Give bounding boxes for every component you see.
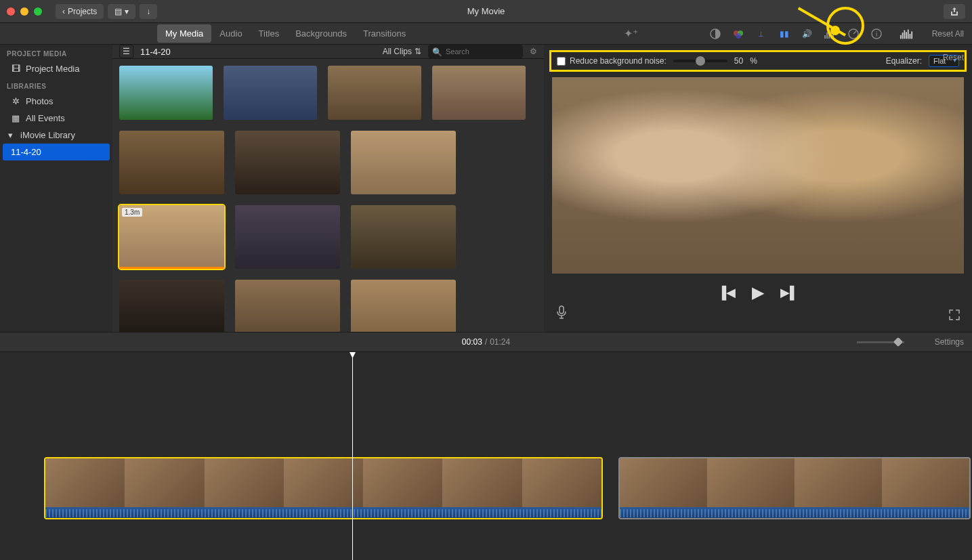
time-bar: 00:03 / 01:24 Settings [0,332,972,352]
sidebar-label: Photos [26,96,53,106]
filter-label: All Clips [383,47,412,56]
total-time: 01:24 [490,337,510,347]
speed-icon[interactable] [847,27,860,41]
info-icon[interactable]: i [870,27,883,41]
clip-thumbnail[interactable] [235,131,340,194]
chevron-down-icon: ▾ [125,7,129,16]
disclosure-triangle-icon[interactable]: ▾ [5,131,15,140]
noise-unit: % [750,56,757,66]
chevron-left-icon: ‹ [62,7,65,16]
view-mode-button[interactable]: ▤ ▾ [108,4,135,19]
timeline-clip[interactable] [618,457,971,519]
fullscreen-window-button[interactable] [34,7,42,16]
titlebar: ‹ Projects ▤ ▾ ↓ My Movie [0,0,972,23]
project-title: My Movie [467,6,505,16]
svg-rect-4 [824,35,826,39]
current-time: 00:03 [462,337,482,347]
clip-thumbnail[interactable] [351,131,456,194]
grid-icon: ▦ [11,114,20,123]
filmstrip-icon: ▤ [114,7,122,16]
sidebar-item-project-media[interactable]: 🎞 Project Media [0,60,112,77]
search-input[interactable] [428,45,523,58]
window-controls [7,7,42,16]
share-button[interactable] [944,4,965,19]
settings-button[interactable]: Settings [935,337,964,347]
playhead[interactable] [352,352,353,560]
media-tabs: My Media Audio Titles Backgrounds Transi… [157,24,414,43]
clip-audio-waveform[interactable] [620,507,969,519]
svg-rect-17 [909,34,910,39]
reset-button[interactable]: Reset [943,53,964,62]
enhance-wand-icon[interactable]: ✦⁺ [624,27,638,40]
noise-checkbox-label[interactable]: Reduce background noise: [557,56,667,66]
projects-label: Projects [68,7,97,16]
noise-slider[interactable] [673,60,727,62]
sidebar: PROJECT MEDIA 🎞 Project Media LIBRARIES … [0,45,112,332]
clip-thumbnail[interactable] [119,131,224,194]
clip-thumbnail[interactable] [119,66,213,120]
clip-thumbnail[interactable] [432,66,526,120]
tab-audio[interactable]: Audio [211,24,250,43]
tab-transitions[interactable]: Transitions [355,24,414,43]
tab-backgrounds[interactable]: Backgrounds [287,24,355,43]
video-preview[interactable] [552,77,964,274]
crop-icon[interactable]: ⟂ [755,27,768,41]
updown-icon: ⇅ [415,47,421,56]
tab-titles[interactable]: Titles [251,24,288,43]
gear-icon[interactable]: ⚙ [530,47,537,56]
tab-my-media[interactable]: My Media [157,24,211,43]
prev-button[interactable]: ▐◀ [717,285,736,300]
svg-rect-14 [904,30,905,39]
svg-rect-18 [911,31,912,39]
color-balance-icon[interactable] [709,27,722,41]
slider-thumb[interactable] [696,56,705,66]
noise-value: 50 [734,56,743,66]
sidebar-item-imovie-library[interactable]: ▾ iMovie Library [0,127,112,144]
play-button[interactable]: ▶ [752,283,764,302]
next-button[interactable]: ▶▌ [780,285,799,300]
svg-rect-5 [826,33,828,39]
clip-audio-waveform[interactable] [45,507,601,519]
svg-rect-6 [828,30,830,39]
timeline[interactable] [0,352,972,560]
svg-point-3 [736,33,741,39]
import-button[interactable]: ↓ [140,4,157,19]
minimize-window-button[interactable] [20,7,28,16]
preview-frame [552,77,964,274]
zoom-slider[interactable] [857,341,904,343]
color-correction-icon[interactable] [732,27,745,41]
share-icon [950,7,959,16]
clip-thumbnail[interactable] [328,66,421,120]
sidebar-item-photos[interactable]: ✲ Photos [0,93,112,110]
sidebar-header-libraries: LIBRARIES [0,77,112,93]
fullscreen-button[interactable] [949,309,960,322]
stabilization-icon[interactable]: ▮▮ [778,27,791,41]
projects-back-button[interactable]: ‹ Projects [56,4,104,19]
svg-rect-19 [559,306,564,314]
clips-grid: 1.3m [112,59,544,350]
sidebar-label: Project Media [26,64,79,74]
eq-icon-highlighted[interactable] [900,27,913,41]
voiceover-button[interactable] [556,305,567,322]
clip-thumbnail-selected[interactable]: 1.3m [119,205,224,269]
svg-rect-12 [900,35,902,38]
download-icon: ↓ [146,7,150,16]
reset-all-button[interactable]: Reset All [932,29,964,39]
timeline-clip-selected[interactable] [44,457,603,519]
clip-thumbnail[interactable] [351,205,456,269]
viewer-panel: Reduce background noise: 50 % Equalizer:… [544,45,972,332]
clip-thumbnail[interactable] [235,205,340,269]
clip-filter-dropdown[interactable]: All Clips ⇅ [383,47,421,56]
volume-icon[interactable]: 🔊 [801,27,814,41]
close-window-button[interactable] [7,7,15,16]
clip-thumbnail[interactable] [224,66,317,120]
sidebar-item-event-date[interactable]: 11-4-20 [3,144,110,160]
list-view-toggle[interactable]: ☰ [119,45,133,58]
clip-frames [45,458,601,507]
sidebar-item-all-events[interactable]: ▦ All Events [0,110,112,127]
time-separator: / [485,337,487,347]
sidebar-header-project: PROJECT MEDIA [0,45,112,60]
sidebar-label: iMovie Library [20,130,75,140]
playback-controls: ▐◀ ▶ ▶▌ [544,274,972,311]
noise-checkbox[interactable] [557,57,566,66]
